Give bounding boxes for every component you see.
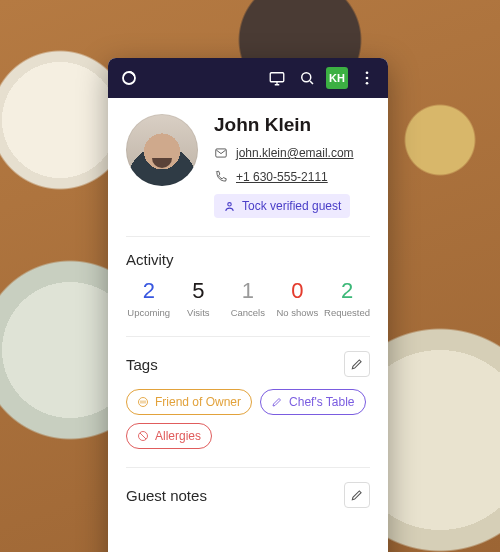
stat-value: 2 [126, 280, 172, 302]
tags-title: Tags [126, 356, 158, 373]
divider [126, 236, 370, 237]
stat-value: 2 [324, 280, 370, 302]
stat-cancels[interactable]: 1 Cancels [225, 280, 271, 318]
tag-chip[interactable]: Friend of Owner [126, 389, 252, 415]
app-topbar: KH [108, 58, 388, 98]
divider [126, 336, 370, 337]
user-badge[interactable]: KH [326, 67, 348, 89]
tag-chip[interactable]: Allergies [126, 423, 212, 449]
more-icon[interactable] [356, 67, 378, 89]
stat-value: 0 [275, 280, 321, 302]
stat-value: 1 [225, 280, 271, 302]
stat-label: No shows [275, 307, 321, 318]
no-icon [137, 430, 149, 442]
edit-tags-button[interactable] [344, 351, 370, 377]
pencil-icon [271, 396, 283, 408]
stat-label: Cancels [225, 307, 271, 318]
phone-text: +1 630-555-2111 [236, 170, 328, 184]
svg-point-5 [366, 82, 369, 85]
tags-head: Tags [126, 351, 370, 377]
tag-label: Friend of Owner [155, 395, 241, 409]
pencil-icon [350, 357, 364, 371]
stat-label: Upcoming [126, 307, 172, 318]
guest-card: KH John Klein john.klein@email.com +1 63… [108, 58, 388, 552]
stat-value: 5 [176, 280, 222, 302]
edit-notes-button[interactable] [344, 482, 370, 508]
svg-point-7 [228, 202, 231, 205]
stat-requested[interactable]: 2 Requested [324, 280, 370, 318]
stat-label: Requested [324, 307, 370, 318]
profile-row: John Klein john.klein@email.com +1 630-5… [126, 114, 370, 218]
email-row[interactable]: john.klein@email.com [214, 146, 370, 160]
vip-icon [137, 396, 149, 408]
person-icon [223, 200, 236, 213]
card-content: John Klein john.klein@email.com +1 630-5… [108, 98, 388, 552]
tag-list: Friend of Owner Chef's Table Allergies [126, 389, 370, 449]
notes-head: Guest notes [126, 482, 370, 508]
stat-visits[interactable]: 5 Visits [176, 280, 222, 318]
email-text: john.klein@email.com [236, 146, 354, 160]
tag-label: Allergies [155, 429, 201, 443]
stat-upcoming[interactable]: 2 Upcoming [126, 280, 172, 318]
tag-label: Chef's Table [289, 395, 354, 409]
search-icon[interactable] [296, 67, 318, 89]
phone-icon [214, 170, 228, 184]
display-icon[interactable] [266, 67, 288, 89]
verified-chip: Tock verified guest [214, 194, 350, 218]
stat-label: Visits [176, 307, 222, 318]
verified-label: Tock verified guest [242, 199, 341, 213]
svg-point-3 [366, 71, 369, 74]
mail-icon [214, 146, 228, 160]
svg-rect-1 [270, 73, 284, 82]
tag-chip[interactable]: Chef's Table [260, 389, 365, 415]
svg-point-2 [302, 73, 311, 82]
activity-head: Activity [126, 251, 370, 268]
guest-name: John Klein [214, 114, 370, 136]
activity-stats: 2 Upcoming 5 Visits 1 Cancels 0 No shows… [126, 280, 370, 318]
stat-noshows[interactable]: 0 No shows [275, 280, 321, 318]
divider [126, 467, 370, 468]
avatar[interactable] [126, 114, 198, 186]
svg-point-4 [366, 77, 369, 80]
activity-title: Activity [126, 251, 174, 268]
app-logo-icon[interactable] [118, 67, 140, 89]
pencil-icon [350, 488, 364, 502]
phone-row[interactable]: +1 630-555-2111 [214, 170, 370, 184]
notes-title: Guest notes [126, 487, 207, 504]
